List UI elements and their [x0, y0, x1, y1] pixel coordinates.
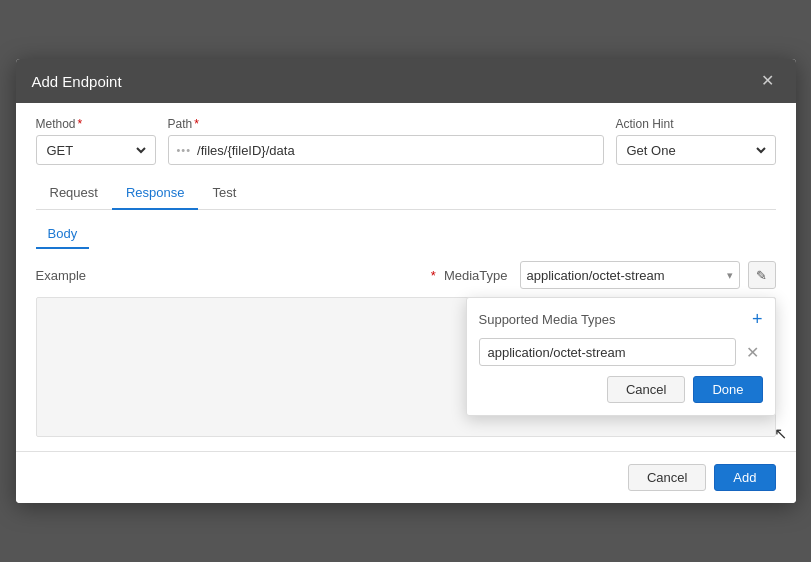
method-select[interactable]: GET POST PUT DELETE PATCH — [43, 142, 149, 159]
media-type-value: application/octet-stream — [527, 268, 727, 283]
media-type-label: MediaType — [444, 268, 508, 283]
method-select-wrap[interactable]: GET POST PUT DELETE PATCH — [36, 135, 156, 165]
dropdown-chevron-icon: ▾ — [727, 269, 733, 282]
path-group: Path* ••• — [168, 117, 604, 165]
content-area: Example * MediaType application/octet-st… — [36, 261, 776, 437]
media-type-input[interactable] — [479, 338, 736, 366]
method-label: Method* — [36, 117, 156, 131]
media-types-popup: Supported Media Types + ✕ Cancel Done ↖ — [466, 297, 776, 416]
action-hint-select[interactable]: Get One Get List Create Update Delete — [623, 142, 769, 159]
close-button[interactable]: ✕ — [755, 71, 780, 91]
tab-response[interactable]: Response — [112, 177, 199, 210]
popup-done-button[interactable]: Done — [693, 376, 762, 403]
add-endpoint-dialog: Add Endpoint ✕ Method* GET POST PUT DELE… — [16, 59, 796, 503]
popup-header: Supported Media Types + — [479, 310, 763, 328]
pencil-icon: ✎ — [756, 268, 767, 283]
dialog-footer: Cancel Add — [16, 451, 796, 503]
dialog-header: Add Endpoint ✕ — [16, 59, 796, 103]
path-label: Path* — [168, 117, 604, 131]
cancel-button[interactable]: Cancel — [628, 464, 706, 491]
method-group: Method* GET POST PUT DELETE PATCH — [36, 117, 156, 165]
popup-actions: Cancel Done — [479, 376, 763, 403]
path-input[interactable] — [197, 143, 594, 158]
path-input-wrap: ••• — [168, 135, 604, 165]
example-area: Supported Media Types + ✕ Cancel Done ↖ — [36, 297, 776, 437]
dialog-title: Add Endpoint — [32, 73, 122, 90]
tab-request[interactable]: Request — [36, 177, 112, 210]
example-label: Example — [36, 268, 116, 283]
popup-input-row: ✕ — [479, 338, 763, 366]
media-type-required-star: * — [431, 268, 436, 283]
sub-tabs: Body — [36, 220, 776, 249]
popup-add-button[interactable]: + — [752, 310, 763, 328]
media-row: Example * MediaType application/octet-st… — [36, 261, 776, 289]
add-button[interactable]: Add — [714, 464, 775, 491]
action-hint-group: Action Hint Get One Get List Create Upda… — [616, 117, 776, 165]
edit-media-type-button[interactable]: ✎ — [748, 261, 776, 289]
popup-clear-button[interactable]: ✕ — [742, 343, 763, 362]
form-row: Method* GET POST PUT DELETE PATCH Path* — [36, 117, 776, 165]
path-dots-icon: ••• — [177, 144, 192, 156]
dialog-body: Method* GET POST PUT DELETE PATCH Path* — [16, 103, 796, 451]
sub-tab-body[interactable]: Body — [36, 220, 90, 249]
action-hint-select-wrap[interactable]: Get One Get List Create Update Delete — [616, 135, 776, 165]
action-hint-label: Action Hint — [616, 117, 776, 131]
tabs: Request Response Test — [36, 177, 776, 210]
tab-test[interactable]: Test — [198, 177, 250, 210]
popup-title: Supported Media Types — [479, 312, 616, 327]
media-type-select-wrap[interactable]: application/octet-stream ▾ — [520, 261, 740, 289]
popup-cancel-button[interactable]: Cancel — [607, 376, 685, 403]
